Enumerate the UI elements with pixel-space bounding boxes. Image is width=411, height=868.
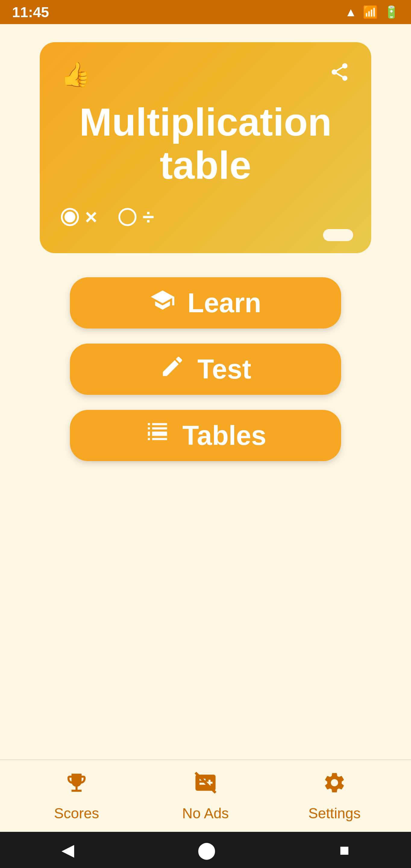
recent-button[interactable]: ■ (339, 840, 349, 860)
settings-label: Settings (308, 805, 360, 822)
card-options-row: × ÷ (61, 205, 350, 229)
no-ads-label: No Ads (182, 805, 229, 822)
scores-label: Scores (54, 805, 99, 822)
tables-label: Tables (182, 420, 266, 451)
multiply-radio[interactable] (61, 208, 79, 226)
test-icon (160, 353, 185, 385)
test-label: Test (197, 354, 251, 385)
tables-icon (145, 420, 170, 451)
divide-option[interactable]: ÷ (119, 205, 154, 229)
no-ads-icon (193, 771, 218, 801)
battery-icon: 🔋 (384, 5, 399, 19)
multiply-option[interactable]: × (61, 205, 97, 229)
learn-label: Learn (187, 287, 261, 318)
test-button[interactable]: Test (70, 344, 341, 395)
divide-radio[interactable] (119, 208, 136, 226)
scores-icon (64, 771, 89, 801)
status-time: 11:45 (12, 4, 49, 21)
settings-icon (322, 771, 347, 801)
back-button[interactable]: ◀ (61, 840, 74, 860)
main-content: 👍 Multiplication table × ÷ (0, 24, 411, 868)
learn-button[interactable]: Learn (70, 277, 341, 329)
card-action-button[interactable] (323, 229, 353, 241)
multiply-symbol: × (85, 205, 97, 229)
card-title: Multiplication table (61, 101, 350, 187)
home-button[interactable]: ⬤ (197, 840, 216, 860)
bottom-nav: Scores No Ads Settings (0, 760, 411, 832)
share-icon[interactable] (329, 61, 350, 87)
thumbs-up-icon[interactable]: 👍 (61, 60, 91, 89)
signal-icon: 📶 (363, 5, 378, 19)
app-card: 👍 Multiplication table × ÷ (40, 42, 371, 253)
tables-button[interactable]: Tables (70, 410, 341, 461)
status-icons: ▲ 📶 🔋 (345, 5, 399, 19)
status-bar: 11:45 ▲ 📶 🔋 (0, 0, 411, 24)
learn-icon (150, 287, 176, 318)
card-top-row: 👍 (61, 60, 350, 89)
android-nav-bar: ◀ ⬤ ■ (0, 832, 411, 868)
nav-no-ads[interactable]: No Ads (141, 771, 270, 822)
nav-settings[interactable]: Settings (270, 771, 399, 822)
wifi-icon: ▲ (345, 5, 357, 19)
buttons-section: Learn Test Tables (40, 277, 371, 461)
divide-symbol: ÷ (143, 205, 154, 229)
nav-scores[interactable]: Scores (12, 771, 141, 822)
